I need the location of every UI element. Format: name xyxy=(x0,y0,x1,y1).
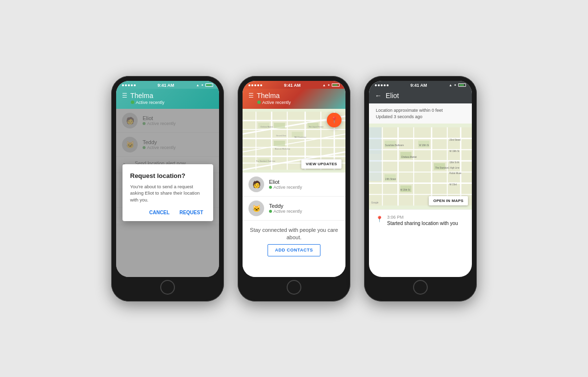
status-icons-3: ▲ ✦ xyxy=(449,83,466,87)
bluetooth-icon: ✦ xyxy=(201,83,204,87)
phone-2-contacts: 🧑 Eliot Active recently 🐱 Teddy xyxy=(243,173,345,277)
request-location-dialog: Request location? You're about to send a… xyxy=(122,164,213,221)
phone-1-title: Thelma xyxy=(130,92,153,100)
request-button[interactable]: REQUEST xyxy=(177,209,205,216)
phone-3-screen: 9:41 AM ▲ ✦ ← Eliot Location approxim xyxy=(369,81,472,277)
signal-dots xyxy=(122,84,136,86)
avatar-eliot-2: 🧑 xyxy=(248,176,264,192)
svg-text:Museum Workshop: Museum Workshop xyxy=(275,148,290,150)
svg-text:W 19th St: W 19th St xyxy=(449,150,460,152)
phone-2-header: ☰ Thelma Active recently xyxy=(243,89,345,109)
add-contacts-button[interactable]: ADD CONTACTS xyxy=(268,244,320,256)
open-in-maps-button[interactable]: OPEN IN MAPS xyxy=(429,196,468,205)
phone-3: 9:41 AM ▲ ✦ ← Eliot Location approxim xyxy=(364,76,477,302)
phone-3-status-bar: 9:41 AM ▲ ✦ xyxy=(369,81,472,89)
time-display: 9:41 AM xyxy=(157,83,174,88)
phone-2-status-bar: 9:41 AM ▲ ✦ xyxy=(243,81,345,89)
stay-connected-section: Stay connected with people you care abou… xyxy=(243,221,345,262)
signal-dots-3 xyxy=(375,84,389,86)
dialog-title: Request location? xyxy=(130,172,205,179)
avatar-teddy-2: 🐱 xyxy=(248,201,264,216)
pin-icon-btn: 📍 xyxy=(330,116,338,124)
location-pin-button[interactable]: 📍 xyxy=(327,113,342,127)
wifi-icon-3: ▲ xyxy=(449,83,452,87)
active-dot-teddy-2 xyxy=(269,210,272,213)
location-line2: Updated 3 seconds ago xyxy=(376,114,465,121)
home-button-3[interactable] xyxy=(413,280,428,295)
wifi-icon: ▲ xyxy=(196,83,199,87)
map-area-2: Chelsea Market Ground Zero Museum Worksh… xyxy=(243,109,345,173)
svg-text:The Standard, High Line: The Standard, High Line xyxy=(435,166,460,169)
dialog-body: You're about to send a request asking El… xyxy=(130,183,205,203)
svg-text:14th Street: 14th Street xyxy=(385,178,396,180)
phone-1-header: ☰ Thelma Active recently xyxy=(116,89,219,109)
location-info: Location approximate within 0 feet Updat… xyxy=(369,103,472,124)
dialog-actions: CANCEL REQUEST xyxy=(130,209,205,216)
svg-text:W 23rd: W 23rd xyxy=(449,183,457,186)
back-button[interactable]: ← xyxy=(375,92,382,100)
phone-3-header: ← Eliot xyxy=(369,89,472,103)
svg-rect-60 xyxy=(369,154,382,181)
phone-3-title: Eliot xyxy=(386,92,399,100)
phone-1-subtitle: Active recently xyxy=(131,100,213,105)
svg-text:The Joyce Theater: The Joyce Theater xyxy=(309,126,324,127)
event-item: 📍 3:06 PM Started sharing location with … xyxy=(369,209,472,231)
active-dot-2 xyxy=(269,186,272,189)
svg-text:The Standard, High Line: The Standard, High Line xyxy=(256,160,275,162)
phone-1-screen: 9:41 AM ▲ ✦ ☰ Thelma Active recently xyxy=(116,81,219,277)
location-line1: Location approximate within 0 feet xyxy=(376,107,465,114)
dialog-overlay: Request location? You're about to send a… xyxy=(116,109,219,277)
svg-text:W 20th St: W 20th St xyxy=(400,189,411,191)
svg-text:Google: Google xyxy=(371,201,379,203)
wifi-icon-2: ▲ xyxy=(322,83,326,87)
svg-text:23rd Street: 23rd Street xyxy=(449,139,461,141)
phone-1: 9:41 AM ▲ ✦ ☰ Thelma Active recently xyxy=(111,76,224,302)
svg-rect-17 xyxy=(274,123,285,128)
svg-rect-18 xyxy=(274,141,285,146)
cancel-button[interactable]: CANCEL xyxy=(147,209,172,216)
home-button-2[interactable] xyxy=(287,280,301,295)
svg-text:Chelsea Market: Chelsea Market xyxy=(401,155,417,158)
event-time: 3:06 PM xyxy=(387,215,458,220)
phone-1-status-bar: 9:41 AM ▲ ✦ xyxy=(116,81,219,89)
location-icon: 📍 xyxy=(376,216,383,223)
signal-dots-2 xyxy=(248,84,262,86)
hamburger-icon[interactable]: ☰ xyxy=(122,92,127,99)
svg-rect-59 xyxy=(369,127,382,154)
svg-text:Sunshine Ballroom: Sunshine Ballroom xyxy=(385,144,404,146)
active-indicator-2 xyxy=(257,101,261,104)
bluetooth-icon-3: ✦ xyxy=(454,83,457,87)
svg-text:TAO Downtown: TAO Downtown xyxy=(294,136,306,138)
svg-text:Chelsea Market: Chelsea Market xyxy=(261,126,273,127)
time-display-3: 9:41 AM xyxy=(410,83,427,88)
view-updates-button[interactable]: VIEW UPDATES xyxy=(301,159,342,169)
phone-2-screen: 9:41 AM ▲ ✦ ☰ Thelma Active recently xyxy=(243,81,345,277)
status-icons: ▲ ✦ xyxy=(196,83,213,87)
svg-text:Ground Zero: Ground Zero xyxy=(276,134,286,136)
contact-item-teddy-2[interactable]: 🐱 Teddy Active recently xyxy=(243,197,345,221)
home-button-1[interactable] xyxy=(160,280,175,295)
contact-item-eliot-2[interactable]: 🧑 Eliot Active recently xyxy=(243,173,345,197)
phone-showcase: 9:41 AM ▲ ✦ ☰ Thelma Active recently xyxy=(101,66,487,311)
bluetooth-icon-2: ✦ xyxy=(327,83,330,87)
event-description: Started sharing location with you xyxy=(387,221,458,226)
svg-text:18th St M: 18th St M xyxy=(449,161,459,163)
svg-text:Rubin Muse: Rubin Muse xyxy=(449,172,462,175)
map-area-3: Sunshine Ballroom Chelsea Market W 18th … xyxy=(369,124,472,209)
time-display-2: 9:41 AM xyxy=(284,83,300,88)
phone-2-subtitle: Active recently xyxy=(257,100,340,105)
active-indicator xyxy=(131,101,134,104)
phone-2-title: Thelma xyxy=(257,92,280,100)
svg-text:W 18th St: W 18th St xyxy=(419,144,429,146)
phone-2: 9:41 AM ▲ ✦ ☰ Thelma Active recently xyxy=(238,76,350,302)
stay-connected-text: Stay connected with people you care abou… xyxy=(248,226,340,242)
hamburger-icon-2[interactable]: ☰ xyxy=(248,92,254,99)
status-icons-2: ▲ ✦ xyxy=(322,83,340,87)
